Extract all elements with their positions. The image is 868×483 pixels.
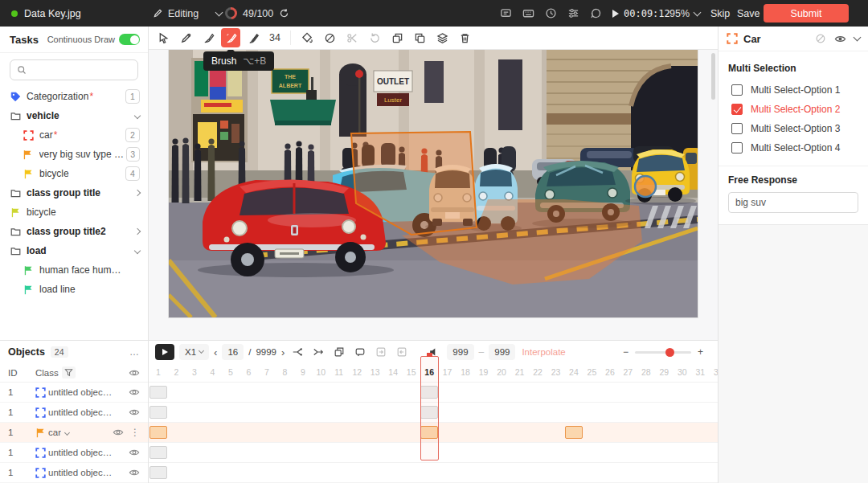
comment-icon[interactable] bbox=[500, 7, 512, 19]
chevron-right-icon[interactable] bbox=[134, 228, 141, 235]
brush-size-value[interactable]: 34 bbox=[266, 32, 284, 43]
timeline-track[interactable] bbox=[149, 423, 718, 443]
chevron-down-icon[interactable] bbox=[134, 113, 141, 119]
settings-sliders-icon[interactable] bbox=[567, 7, 579, 19]
range-start-input[interactable]: 999 bbox=[447, 344, 473, 360]
paste-forward-icon[interactable] bbox=[373, 344, 389, 360]
filter-button[interactable] bbox=[62, 366, 76, 379]
marker-tool[interactable] bbox=[199, 28, 218, 47]
range-end-input[interactable]: 999 bbox=[489, 344, 515, 360]
free-response-input[interactable] bbox=[728, 192, 858, 213]
tree-item-bicycle[interactable]: bicycle4 bbox=[0, 164, 148, 183]
tree-item-car[interactable]: car*2 bbox=[0, 125, 148, 145]
frame-number-10[interactable]: 10 bbox=[316, 367, 326, 377]
object-row-untitled-object-cl-[interactable]: 1untitled object cl... bbox=[0, 383, 148, 403]
checkbox-checked[interactable] bbox=[731, 104, 743, 115]
frame-number-28[interactable]: 28 bbox=[641, 367, 651, 377]
objects-menu-button[interactable]: … bbox=[129, 346, 140, 358]
copy-tool[interactable] bbox=[387, 28, 407, 47]
object-row-untitled-object-cl-[interactable]: 1untitled object cl... bbox=[0, 443, 148, 463]
frame-number-14[interactable]: 14 bbox=[388, 367, 398, 377]
eye-icon[interactable] bbox=[834, 33, 846, 45]
copy-frame-icon[interactable] bbox=[331, 344, 347, 360]
tree-item-bicycle[interactable]: bicycle bbox=[0, 203, 148, 222]
tree-item-load[interactable]: load bbox=[0, 241, 148, 260]
duplicate-tool[interactable] bbox=[410, 28, 429, 47]
split-track-icon[interactable] bbox=[289, 344, 305, 360]
eye-icon[interactable] bbox=[129, 387, 140, 398]
keyframe-frame-1[interactable] bbox=[149, 466, 167, 479]
frame-number-9[interactable]: 9 bbox=[301, 367, 305, 377]
tree-item-class-group-title[interactable]: class group title bbox=[0, 183, 148, 203]
frame-number-18[interactable]: 18 bbox=[461, 367, 470, 377]
tree-item-categorization[interactable]: Categorization*1 bbox=[0, 87, 148, 106]
multi-select-option-2[interactable]: Multi Select-Option 2 bbox=[728, 100, 858, 119]
chevron-down-icon[interactable] bbox=[854, 34, 862, 42]
keyframe-frame-1[interactable] bbox=[149, 446, 167, 459]
row-menu-icon[interactable]: ⋮ bbox=[130, 427, 140, 438]
merge-track-icon[interactable] bbox=[310, 344, 326, 360]
object-row-car[interactable]: 1car⋮ bbox=[0, 423, 148, 443]
frame-number-4[interactable]: 4 bbox=[211, 367, 215, 377]
frame-number-3[interactable]: 3 bbox=[192, 367, 197, 377]
mode-dropdown[interactable]: Editing bbox=[153, 8, 222, 19]
annotated-image[interactable]: THE ALBERT OUTLET Luster bbox=[169, 50, 698, 317]
timeline-track[interactable] bbox=[149, 463, 718, 483]
frame-number-15[interactable]: 15 bbox=[407, 367, 416, 377]
frame-number-7[interactable]: 7 bbox=[264, 367, 269, 377]
fill-bucket-tool[interactable] bbox=[297, 28, 317, 47]
frame-number-6[interactable]: 6 bbox=[246, 367, 251, 377]
keyframe-frame-1[interactable] bbox=[149, 386, 167, 399]
checkbox[interactable] bbox=[731, 142, 743, 153]
chevron-right-icon[interactable] bbox=[134, 190, 141, 196]
multi-select-option-1[interactable]: Multi Select-Option 1 bbox=[728, 80, 858, 100]
brush-tool[interactable] bbox=[221, 28, 240, 47]
tree-item-human-face-human-face-hum-an-[interactable]: human face human face hum an... bbox=[0, 260, 148, 280]
frame-number-5[interactable]: 5 bbox=[228, 367, 233, 377]
timeline-track[interactable] bbox=[149, 383, 718, 403]
frame-number-31[interactable]: 31 bbox=[695, 367, 705, 377]
zoom-in-icon[interactable]: + bbox=[698, 346, 703, 358]
timeline-grid[interactable] bbox=[149, 383, 718, 483]
frame-number-13[interactable]: 13 bbox=[371, 367, 380, 377]
object-row-untitled-object-cl-[interactable]: 1untitled object cl... bbox=[0, 463, 148, 483]
eye-icon[interactable] bbox=[113, 427, 124, 438]
frame-number-12[interactable]: 12 bbox=[352, 367, 362, 377]
chevron-down-icon[interactable] bbox=[215, 8, 223, 16]
eraser-tool[interactable] bbox=[320, 28, 339, 47]
volume-icon[interactable] bbox=[426, 344, 442, 360]
tree-item-class-group-title2[interactable]: class group title2 bbox=[0, 222, 148, 241]
chevron-down-icon[interactable] bbox=[64, 429, 70, 435]
paste-backward-icon[interactable] bbox=[394, 344, 410, 360]
frame-number-19[interactable]: 19 bbox=[479, 367, 489, 377]
timeline-track[interactable] bbox=[149, 403, 718, 423]
task-search[interactable] bbox=[10, 59, 138, 80]
submit-button[interactable]: Submit bbox=[764, 4, 849, 23]
frame-number-17[interactable]: 17 bbox=[443, 367, 452, 377]
timeline-track[interactable] bbox=[149, 443, 718, 463]
checkbox[interactable] bbox=[731, 84, 743, 96]
frame-number-30[interactable]: 30 bbox=[678, 367, 687, 377]
zoom-slider[interactable] bbox=[635, 351, 691, 354]
frame-number-29[interactable]: 29 bbox=[659, 367, 669, 377]
zoom-dropdown[interactable]: 95% bbox=[669, 8, 700, 19]
tree-item-load-line[interactable]: load line bbox=[0, 280, 148, 299]
checkbox[interactable] bbox=[731, 123, 743, 134]
playback-timer[interactable]: 00:09:12 bbox=[612, 8, 670, 19]
polygon-pen-tool[interactable] bbox=[176, 28, 195, 47]
keyframe-frame-24[interactable] bbox=[565, 426, 583, 439]
tree-item-very-big-suv-type-is-truck[interactable]: very big suv type is truck3 bbox=[0, 145, 148, 164]
zoom-out-icon[interactable]: − bbox=[623, 346, 628, 358]
frame-number-22[interactable]: 22 bbox=[533, 367, 542, 377]
undo-rotate-tool[interactable] bbox=[365, 28, 384, 47]
skip-button[interactable]: Skip bbox=[710, 8, 730, 19]
play-icon[interactable] bbox=[612, 10, 619, 18]
object-row-untitled-object-cl-[interactable]: 1untitled object cl... bbox=[0, 403, 148, 423]
frame-number-26[interactable]: 26 bbox=[605, 367, 615, 377]
frame-number-2[interactable]: 2 bbox=[174, 367, 179, 377]
next-frame-button[interactable]: › bbox=[281, 346, 285, 358]
timeline-play-button[interactable] bbox=[155, 344, 174, 360]
frame-number-11[interactable]: 11 bbox=[334, 367, 343, 377]
frame-number-24[interactable]: 24 bbox=[569, 367, 579, 377]
refresh-icon[interactable] bbox=[279, 8, 289, 18]
